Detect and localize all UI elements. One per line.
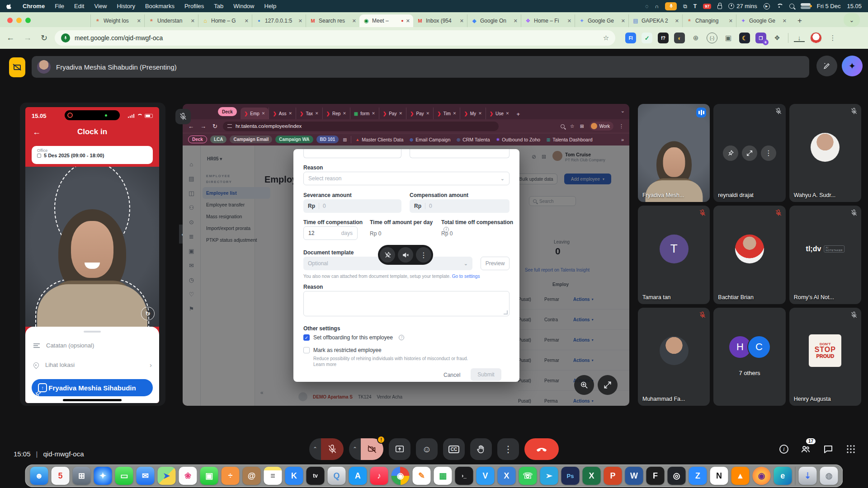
bookmark-star-icon[interactable]: ☆: [603, 34, 609, 42]
minimize-window-button[interactable]: [16, 18, 22, 23]
sheet-drag-handle[interactable]: [84, 331, 101, 333]
close-window-button[interactable]: [7, 18, 13, 23]
go-to-settings-link[interactable]: Go to settings: [452, 274, 480, 279]
company-switcher[interactable]: HR05 ▾: [207, 156, 222, 161]
timer-menu-item[interactable]: 27 mins: [728, 3, 757, 9]
mic-options-chevron[interactable]: ⌃: [309, 438, 321, 460]
extension-moon-icon[interactable]: ☾: [739, 33, 750, 43]
bookmark-item[interactable]: ◍ Email Campaign: [410, 137, 450, 142]
menu-history[interactable]: History: [117, 3, 135, 9]
cropped-input[interactable]: [303, 149, 401, 158]
user-avatar[interactable]: [552, 151, 562, 161]
actions-button[interactable]: Actions: [573, 338, 590, 343]
close-tab-icon[interactable]: ✕: [352, 18, 356, 24]
dock-icon[interactable]: ☻: [30, 467, 48, 485]
participant-tile[interactable]: tl;dv AI NOTETAKER Romy's AI Not...: [789, 206, 861, 304]
rail-icon[interactable]: ▤: [189, 175, 194, 182]
mic-in-use-indicator[interactable]: [665, 2, 677, 10]
shared-address-bar[interactable]: hr.talenta.co/employee/index: [223, 122, 499, 131]
menubar-time[interactable]: 15.05: [847, 3, 862, 9]
dock-icon[interactable]: A: [349, 467, 367, 485]
offboarding-checkbox-row[interactable]: ✓ Set offboarding for this employee ?: [303, 334, 404, 341]
sidebar-menu-item[interactable]: Employee transfer: [203, 199, 270, 211]
checkbox-unchecked-icon[interactable]: [303, 347, 310, 353]
dock-icon[interactable]: Q: [328, 467, 346, 485]
leave-call-button[interactable]: [524, 438, 559, 460]
more-options-button[interactable]: ⋮: [497, 438, 519, 460]
browser-tab[interactable]: ◉ Meet – ● ✕: [359, 14, 413, 27]
extension-leaf-icon[interactable]: ✓: [642, 33, 652, 43]
extension-camera-icon[interactable]: ▣: [723, 33, 734, 43]
tile-more-options-button[interactable]: ⋮: [416, 247, 431, 263]
dock-icon[interactable]: Z: [689, 467, 707, 485]
apple-menu-icon[interactable]: [6, 3, 13, 9]
activities-button[interactable]: [845, 444, 856, 455]
sidebar-menu-item[interactable]: Mass resignation: [203, 211, 270, 222]
shared-browser-tab[interactable]: ❯ Ass ✕: [269, 108, 296, 119]
shared-browser-tab[interactable]: ❯ Tim ✕: [433, 108, 460, 119]
tab-search-chevron[interactable]: ⌄: [844, 13, 860, 27]
menu-edit[interactable]: Edit: [74, 3, 84, 9]
fullscreen-share-button[interactable]: [598, 375, 618, 395]
shared-browser-tab[interactable]: ❯ Pay ✕: [406, 108, 433, 119]
menu-bookmarks[interactable]: Bookmarks: [145, 3, 175, 9]
table-search-input[interactable]: Search: [529, 196, 576, 206]
raise-hand-button[interactable]: [470, 438, 492, 460]
participant-tile[interactable]: T Tamara tan: [638, 206, 710, 304]
location-row[interactable]: Lihat lokasi›: [33, 361, 152, 369]
browser-tab[interactable]: * Weight los ✕: [90, 14, 144, 27]
dock-icon[interactable]: [795, 467, 796, 485]
participant-tile[interactable]: Fryadiva Mesh...: [638, 104, 710, 202]
site-mic-permission-icon[interactable]: [61, 33, 70, 42]
dock-icon[interactable]: ❀: [179, 467, 197, 485]
extension-fi-icon[interactable]: FI: [625, 33, 636, 43]
shared-back-button[interactable]: ←: [188, 123, 194, 130]
extension-fq-icon[interactable]: f?: [658, 33, 669, 43]
rail-icon[interactable]: ⚑: [189, 305, 194, 312]
dock-icon[interactable]: X: [583, 467, 601, 485]
close-tab-icon[interactable]: ✕: [621, 18, 625, 24]
notifications-icon[interactable]: ⊘: [532, 154, 536, 160]
shift-card[interactable]: Office 5 Des 2025 (09:00 - 18:00): [32, 146, 153, 164]
shared-star-icon[interactable]: ☆: [570, 123, 575, 129]
profile-avatar[interactable]: [810, 32, 822, 44]
address-bar[interactable]: meet.google.com/qid-mwgf-oca ☆: [55, 30, 615, 46]
close-tab-icon[interactable]: ✕: [343, 111, 346, 116]
toc-input[interactable]: 12 days: [303, 226, 358, 240]
cancel-button[interactable]: Cancel: [443, 372, 460, 378]
shared-browser-tab[interactable]: ▦ form ✕: [350, 108, 379, 119]
play-status-icon[interactable]: ▶: [764, 3, 770, 9]
downloads-icon[interactable]: ↓: [794, 34, 805, 42]
dock-icon[interactable]: @: [243, 467, 261, 485]
screen-mirroring-icon[interactable]: ⧉: [683, 3, 687, 9]
bulk-update-button[interactable]: Bulk update data: [515, 174, 557, 184]
status-app-icon[interactable]: ◌: [645, 3, 648, 9]
extensions-puzzle-icon[interactable]: ❖: [772, 33, 783, 43]
browser-tab[interactable]: ✦ Google Ge ✕: [736, 14, 790, 27]
shared-browser-tab[interactable]: ❯ Rep ✕: [322, 108, 350, 119]
shared-new-tab-button[interactable]: +: [516, 111, 520, 117]
zoom-share-button[interactable]: [574, 375, 594, 395]
dock-icon[interactable]: ▦: [434, 467, 452, 485]
bookmark-item[interactable]: ◎ CRM Talenta: [457, 137, 490, 142]
flip-camera-button[interactable]: ↻: [141, 307, 155, 320]
bookmark-pill[interactable]: Campaign Email: [230, 136, 272, 143]
close-tab-icon[interactable]: ✕: [506, 111, 509, 116]
dock-icon[interactable]: ♪: [370, 467, 388, 485]
bookmark-pill[interactable]: Deck: [188, 136, 207, 143]
reason-select[interactable]: Select reason ⌄: [303, 172, 509, 185]
table-row[interactable]: Pusat) Contra Actions ▾: [518, 310, 629, 330]
back-button[interactable]: ←: [6, 33, 14, 43]
extension-paren-icon[interactable]: (-): [707, 33, 717, 43]
dock-icon[interactable]: V: [476, 467, 495, 485]
dock-icon[interactable]: ☏: [519, 467, 537, 485]
spotlight-search-icon[interactable]: [789, 4, 794, 9]
menu-tab[interactable]: Tab: [214, 3, 223, 9]
browser-tab[interactable]: M Inbox (954 ✕: [413, 14, 467, 27]
chrome-menu-icon[interactable]: ⋮: [827, 33, 838, 43]
reactions-button[interactable]: ☺: [416, 438, 438, 460]
rail-icon[interactable]: ◷: [189, 277, 194, 283]
shared-grid-icon[interactable]: ⊞: [580, 123, 584, 129]
browser-tab[interactable]: M Search res ✕: [306, 14, 359, 27]
dock-icon[interactable]: W: [625, 467, 643, 485]
